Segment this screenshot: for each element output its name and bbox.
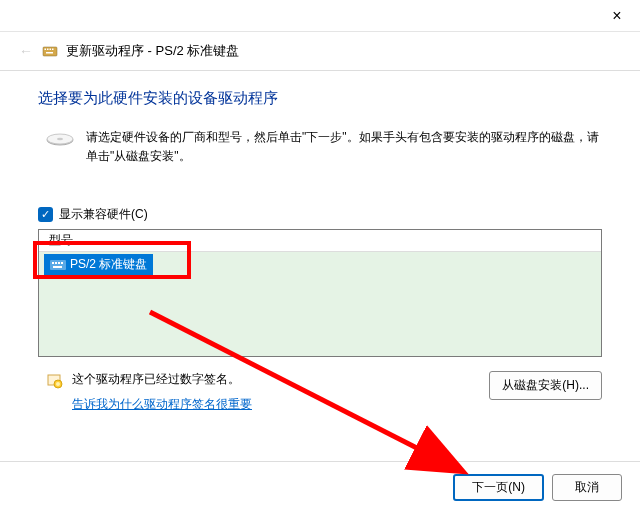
disk-icon xyxy=(46,130,74,150)
signature-row: 这个驱动程序已经过数字签名。 告诉我为什么驱动程序签名很重要 从磁盘安装(H).… xyxy=(38,371,602,413)
bottom-bar: 下一页(N) 取消 xyxy=(0,461,640,513)
svg-rect-4 xyxy=(52,49,54,51)
instruction-title: 选择要为此硬件安装的设备驱动程序 xyxy=(38,89,602,108)
instruction-text: 请选定硬件设备的厂商和型号，然后单击"下一步"。如果手头有包含要安装的驱动程序的… xyxy=(86,128,602,166)
svg-rect-9 xyxy=(50,260,66,270)
driver-list[interactable]: 型号 PS/2 标准键盘 xyxy=(38,229,602,357)
signature-status: 这个驱动程序已经过数字签名。 xyxy=(72,371,252,388)
keyboard-small-icon xyxy=(50,259,66,271)
checkbox-row: ✓ 显示兼容硬件(C) xyxy=(38,206,602,223)
close-button[interactable]: × xyxy=(594,0,640,32)
svg-point-17 xyxy=(56,382,60,386)
back-arrow-icon: ← xyxy=(18,43,34,59)
next-button[interactable]: 下一页(N) xyxy=(453,474,544,501)
svg-rect-13 xyxy=(61,262,63,264)
svg-rect-5 xyxy=(46,52,53,54)
svg-rect-1 xyxy=(45,49,47,51)
checkbox-label: 显示兼容硬件(C) xyxy=(59,206,148,223)
list-header-model: 型号 xyxy=(39,230,601,252)
svg-rect-14 xyxy=(53,266,62,268)
titlebar: × xyxy=(0,0,640,32)
header-title: 更新驱动程序 - PS/2 标准键盘 xyxy=(66,42,239,60)
svg-rect-0 xyxy=(43,47,57,56)
svg-rect-10 xyxy=(52,262,54,264)
cancel-button[interactable]: 取消 xyxy=(552,474,622,501)
disk-install-button[interactable]: 从磁盘安装(H)... xyxy=(489,371,602,400)
compat-checkbox[interactable]: ✓ xyxy=(38,207,53,222)
svg-rect-11 xyxy=(55,262,57,264)
driver-list-item[interactable]: PS/2 标准键盘 xyxy=(44,254,153,275)
signature-help-link[interactable]: 告诉我为什么驱动程序签名很重要 xyxy=(72,396,252,413)
certificate-icon xyxy=(46,373,64,391)
keyboard-icon xyxy=(42,43,58,59)
svg-point-8 xyxy=(57,138,63,140)
driver-item-label: PS/2 标准键盘 xyxy=(70,256,147,273)
svg-rect-3 xyxy=(50,49,52,51)
svg-rect-12 xyxy=(58,262,60,264)
wizard-header: ← 更新驱动程序 - PS/2 标准键盘 xyxy=(0,32,640,71)
content-area: 选择要为此硬件安装的设备驱动程序 请选定硬件设备的厂商和型号，然后单击"下一步"… xyxy=(0,71,640,423)
instruction-row: 请选定硬件设备的厂商和型号，然后单击"下一步"。如果手头有包含要安装的驱动程序的… xyxy=(38,128,602,166)
signature-text-block: 这个驱动程序已经过数字签名。 告诉我为什么驱动程序签名很重要 xyxy=(72,371,252,413)
svg-rect-2 xyxy=(47,49,49,51)
